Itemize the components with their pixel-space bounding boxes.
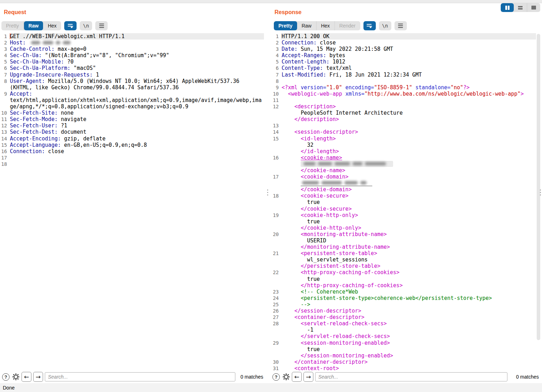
code-line: 11 (269, 97, 542, 103)
code-line: 14Accept-Encoding: gzip, deflate (0, 135, 267, 142)
single-pane-icon (531, 6, 536, 10)
code-line: 27 <container-descriptor> (269, 314, 542, 320)
code-line: 8User-Agent: Mozilla/5.0 (Windows NT 10.… (0, 78, 267, 84)
panel-divider-handle[interactable] (267, 189, 269, 197)
code-line: </cookie-domain> (269, 186, 542, 193)
request-menu-button[interactable] (95, 21, 108, 30)
tab-hex[interactable]: Hex (317, 21, 335, 30)
code-line: 3Cache-Control: max-age=0 (0, 46, 267, 52)
code-line: 5Content-Length: 1012 (269, 59, 542, 65)
response-panel-title: Response (275, 9, 301, 16)
arrow-left-icon: ← (294, 373, 299, 380)
tab-pretty[interactable]: Pretty (274, 21, 297, 30)
redacted-text (29, 40, 73, 46)
status-bar: Done (0, 383, 542, 392)
request-word-wrap-button[interactable] (64, 21, 77, 30)
request-editor[interactable]: 1GET .//WEB-INF/weblogic.xml HTTP/1.12Ho… (0, 33, 267, 371)
response-search-help-button[interactable]: ? (272, 373, 280, 381)
code-line: 1HTTP/1.1 200 OK (269, 33, 542, 40)
request-search-prev-button[interactable]: ← (22, 372, 31, 382)
code-line: 13 (269, 122, 542, 129)
code-line: 20 <monitoring-attribute-name> (269, 231, 542, 237)
code-line: 11Sec-Fetch-Mode: navigate (0, 116, 267, 122)
code-line: </cookie-name> (269, 167, 542, 174)
code-line: 2Host: (0, 40, 267, 46)
arrow-left-icon: ← (24, 373, 29, 380)
request-search-next-button[interactable]: → (33, 372, 43, 382)
request-search-settings-button[interactable] (12, 373, 20, 381)
code-line: 6Content-Type: text/xml (269, 65, 542, 71)
response-show-newlines-button[interactable]: \n (379, 21, 391, 30)
code-line: 3Date: Sun, 15 May 2022 20:21:58 GMT (269, 46, 542, 52)
response-search-input[interactable] (315, 372, 507, 381)
view-layout-toggle (501, 3, 540, 12)
status-text: Done (3, 385, 14, 391)
response-tabbar: PrettyRawHexRender \n (274, 21, 407, 30)
tab-pretty[interactable]: Pretty (1, 21, 24, 30)
code-line: 18 (0, 161, 267, 167)
code-line: 17 <cookie-domain> (269, 174, 542, 180)
request-search-help-button[interactable]: ? (2, 373, 10, 381)
code-line: </description> (269, 116, 542, 122)
response-search-next-button[interactable]: → (303, 372, 313, 382)
code-line: 10 <weblogic-web-app xmlns="http://www.b… (269, 91, 542, 97)
single-pane-button[interactable] (527, 3, 540, 12)
code-line: true (269, 276, 542, 282)
response-menu-button[interactable] (395, 21, 407, 30)
word-wrap-icon (367, 24, 372, 28)
code-line: </persistent-store-table> (269, 263, 542, 269)
gear-icon (12, 373, 19, 380)
help-icon: ? (272, 373, 280, 381)
top-strip (0, 0, 542, 3)
response-scrollbar[interactable] (537, 34, 540, 340)
code-line: 14 <session-descriptor> (269, 129, 542, 135)
arrow-right-icon: → (306, 373, 311, 380)
tab-render[interactable]: Render (335, 21, 360, 30)
code-line: 23 <!-- Coherence*Web (269, 289, 542, 295)
response-search-settings-button[interactable] (282, 373, 290, 381)
code-line: </monitoring-attribute-name> (269, 244, 542, 250)
tab-raw[interactable]: Raw (297, 21, 317, 30)
code-line: 8 (269, 78, 542, 84)
newline-icon: \n (382, 23, 388, 29)
message-editor-window: Request Response PrettyRawHex \n PrettyR… (0, 0, 542, 392)
code-line: 6Sec-Ch-Ua-Platform: "macOS" (0, 65, 267, 71)
response-search-prev-button[interactable]: ← (292, 372, 302, 382)
request-panel-title: Request (4, 9, 26, 16)
request-search-input[interactable] (45, 372, 235, 381)
response-search-bar: ? ← → 0 matches (272, 372, 540, 382)
columns-icon (505, 6, 510, 10)
code-line: 4Accept-Ranges: bytes (269, 52, 542, 59)
redacted-text (301, 161, 393, 167)
code-line: PeopleSoft Internet Architecture (269, 110, 542, 116)
code-line: 16 <cookie-name> (269, 155, 542, 161)
code-line: 31 <context-root> (269, 365, 542, 371)
hamburger-menu-icon (398, 24, 403, 28)
code-line: 9<?xml version="1.0" encoding="ISO-8859-… (269, 84, 542, 91)
rows-icon (518, 6, 523, 10)
code-line: </id-length> (269, 148, 542, 155)
code-line: 16Connection: close (0, 148, 267, 155)
code-line: ge/apng,*/*;q=0.8,application/signed-exc… (0, 103, 267, 110)
tab-hex[interactable]: Hex (43, 21, 61, 30)
request-show-newlines-button[interactable]: \n (80, 21, 92, 30)
split-rows-button[interactable] (514, 3, 527, 12)
response-word-wrap-button[interactable] (363, 21, 376, 30)
tab-raw[interactable]: Raw (24, 21, 43, 30)
code-line: 12 <description> (269, 103, 542, 110)
response-editor[interactable]: 1HTTP/1.1 200 OK2Connection: close3Date:… (269, 33, 542, 371)
right-edge-handle[interactable] (540, 189, 541, 197)
code-line: 24 <persistent-store-type>coherence-web<… (269, 295, 542, 301)
request-search-matches: 0 matches (240, 374, 265, 380)
code-line: 2Connection: close (269, 40, 542, 46)
request-tabbar: PrettyRawHex \n (1, 21, 108, 30)
code-line: </session-monitoring-enabled> (269, 352, 542, 359)
code-line: 7Last-Modified: Fri, 18 Jun 2021 12:32:3… (269, 72, 542, 78)
code-line: true (269, 199, 542, 205)
code-line: 12Sec-Fetch-User: ?1 (0, 122, 267, 129)
split-columns-button[interactable] (501, 3, 514, 12)
code-line (269, 180, 542, 186)
code-line: 5Sec-Ch-Ua-Mobile: ?0 (0, 59, 267, 65)
arrow-right-icon: → (36, 373, 41, 380)
response-search-matches: 0 matches (516, 374, 540, 380)
